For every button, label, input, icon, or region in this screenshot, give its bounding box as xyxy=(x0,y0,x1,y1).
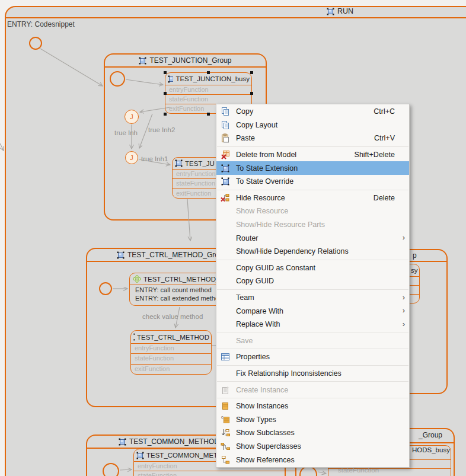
show-subclasses-icon xyxy=(221,428,231,437)
menu-item-to-state-extension[interactable]: To State Extension xyxy=(216,161,409,175)
junction-node-2[interactable]: J xyxy=(125,151,138,164)
edge-label-true-inh2: true Inh2 xyxy=(148,126,175,133)
menu-item-label: Show Types xyxy=(236,416,409,424)
junction-letter: J xyxy=(130,154,133,161)
initial-state-circle[interactable] xyxy=(29,37,42,50)
menu-item-hide-resource[interactable]: Hide Resource Delete xyxy=(216,191,409,205)
state-row-entry[interactable]: entryFunction xyxy=(131,344,211,353)
menu-item-properties[interactable]: Properties xyxy=(216,350,409,364)
menu-item-label: Hide Resource xyxy=(236,194,374,202)
edge-label-true-inh: true Inh xyxy=(114,129,138,136)
menu-item-copy[interactable]: Copy Ctrl+C xyxy=(216,105,409,119)
blank-icon xyxy=(221,220,231,229)
menu-item-show-superclasses[interactable]: Show Superclasses xyxy=(216,440,409,453)
selection-handle[interactable] xyxy=(250,92,253,95)
menu-item-create-instance[interactable]: Create Instance xyxy=(216,383,409,397)
menu-item-paste[interactable]: Paste Ctrl+V xyxy=(216,132,409,145)
state-icon xyxy=(168,75,173,83)
menu-item-label: Paste xyxy=(236,134,374,142)
state-icon xyxy=(136,452,144,459)
state-icon xyxy=(221,164,231,173)
menu-item-label: Show Subclasses xyxy=(236,429,409,437)
menu-shortcut: Shift+Delete xyxy=(355,151,395,159)
menu-item-router[interactable]: Router › xyxy=(216,231,409,245)
state-icon xyxy=(133,333,135,341)
state-row-exit[interactable]: exitFunction xyxy=(131,364,211,374)
menu-item-copy-guid[interactable]: Copy GUID xyxy=(216,274,409,288)
menu-item-label: Fix Relationship Inconsistencies xyxy=(236,369,409,378)
state-row-state[interactable]: stateFunction xyxy=(165,94,251,104)
submenu-arrow-icon: › xyxy=(403,293,405,302)
initial-state-circle[interactable] xyxy=(110,71,125,87)
svg-text:c: c xyxy=(221,415,224,419)
menu-item-label: To State Override xyxy=(236,177,409,186)
blank-icon xyxy=(221,276,231,286)
bottom-right-busy-title-fragment: HODS_busy xyxy=(412,446,450,453)
menu-item-show-references[interactable]: Show References xyxy=(216,453,409,467)
menu-item-replace-with[interactable]: Replace With › xyxy=(216,318,409,331)
menu-item-show-hide-dependency-relations[interactable]: Show/Hide Dependency Relations xyxy=(216,245,409,258)
selection-handle[interactable] xyxy=(207,113,210,116)
state-title: TEST_CTRL_METHOD xyxy=(137,334,209,341)
blank-icon xyxy=(221,369,231,378)
menu-item-show-resource[interactable]: Show Resource xyxy=(216,205,409,218)
submenu-arrow-icon: › xyxy=(403,233,405,242)
right-group-title-fragment: p xyxy=(413,251,417,260)
menu-item-label: Show/Hide Dependency Relations xyxy=(236,247,409,255)
properties-icon xyxy=(221,352,231,362)
menu-item-delete-from-model[interactable]: Delete from Model Shift+Delete xyxy=(216,148,409,162)
copy-icon xyxy=(221,107,231,116)
menu-item-label: Copy Layout xyxy=(236,121,409,129)
blank-icon xyxy=(221,336,231,346)
menu-item-save[interactable]: Save xyxy=(216,334,409,348)
state-row-state[interactable]: stateFunction xyxy=(131,353,211,363)
menu-item-to-state-override[interactable]: To State Override xyxy=(216,175,409,189)
copy-icon xyxy=(221,120,231,130)
show-superclasses-icon xyxy=(221,442,231,451)
menu-item-label: Compare With xyxy=(236,307,409,315)
menu-item-label: Show References xyxy=(236,456,409,464)
hide-resource-icon xyxy=(221,193,231,203)
show-references-icon xyxy=(221,455,231,465)
menu-item-label: Router xyxy=(236,234,409,242)
menu-item-show-subclasses[interactable]: Show Subclasses xyxy=(216,426,409,440)
menu-shortcut: Ctrl+V xyxy=(374,134,395,142)
initial-state-circle[interactable] xyxy=(103,463,119,476)
initial-state-circle[interactable] xyxy=(99,282,112,295)
show-types-icon: c xyxy=(221,415,231,424)
menu-shortcut: Ctrl+C xyxy=(374,107,395,116)
selection-handle[interactable] xyxy=(164,71,167,74)
show-instances-icon xyxy=(221,401,231,411)
state-row-state[interactable]: stateFunction xyxy=(134,471,296,476)
blank-icon xyxy=(221,206,231,216)
selection-handle[interactable] xyxy=(250,71,253,74)
menu-item-show-instances[interactable]: Show Instances xyxy=(216,400,409,413)
state-row-entry[interactable]: entryFunction xyxy=(165,85,251,94)
edge-label-check-value-method: check value method xyxy=(142,313,203,320)
state-test-ctrl-method[interactable]: TEST_CTRL_METHOD entryFunction stateFunc… xyxy=(130,330,212,375)
menu-item-compare-with[interactable]: Compare With › xyxy=(216,304,409,318)
submenu-arrow-icon: › xyxy=(403,306,405,315)
selection-handle[interactable] xyxy=(207,71,210,74)
blank-icon xyxy=(221,247,231,256)
selection-handle[interactable] xyxy=(164,113,167,116)
menu-item-show-types[interactable]: c Show Types xyxy=(216,413,409,426)
menu-item-copy-guid-as-constant[interactable]: Copy GUID as Constant xyxy=(216,261,409,275)
menu-item-label: Show Superclasses xyxy=(236,442,409,451)
menu-item-label: Copy xyxy=(236,107,374,116)
blank-icon xyxy=(221,293,231,302)
menu-item-team[interactable]: Team › xyxy=(216,291,409,305)
selection-handle[interactable] xyxy=(164,92,167,95)
junction-node-1[interactable]: J xyxy=(125,110,139,124)
menu-item-label: Show Instances xyxy=(236,402,409,410)
menu-item-label: Delete from Model xyxy=(236,151,355,159)
paste-icon xyxy=(221,133,231,143)
state-title: TEST_JU xyxy=(185,160,215,167)
menu-item-fix-relationship-inconsistencies[interactable]: Fix Relationship Inconsistencies xyxy=(216,367,409,381)
menu-item-label: Properties xyxy=(236,353,409,361)
delete-from-model-icon xyxy=(221,150,231,159)
menu-item-label: Replace With xyxy=(236,320,409,328)
menu-item-copy-layout[interactable]: Copy Layout xyxy=(216,119,409,132)
create-instance-icon xyxy=(221,385,231,395)
menu-item-show-hide-resource-parts[interactable]: Show/Hide Resource Parts xyxy=(216,218,409,232)
